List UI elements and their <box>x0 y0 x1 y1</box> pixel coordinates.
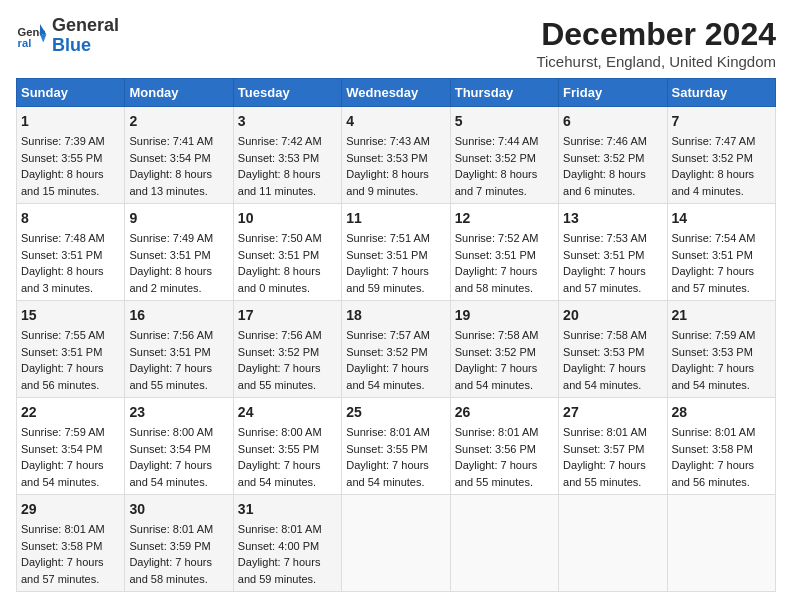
header: Gene ral General Blue December 2024 Tice… <box>16 16 776 70</box>
sunset-label: Sunset: 3:54 PM <box>129 152 210 164</box>
daylight-label: Daylight: 7 hours and 55 minutes. <box>563 459 646 488</box>
daylight-label: Daylight: 7 hours and 57 minutes. <box>563 265 646 294</box>
daylight-label: Daylight: 8 hours and 2 minutes. <box>129 265 212 294</box>
header-tuesday: Tuesday <box>233 79 341 107</box>
daylight-label: Daylight: 7 hours and 54 minutes. <box>238 459 321 488</box>
sunrise-label: Sunrise: 7:43 AM <box>346 135 430 147</box>
day-number: 1 <box>21 111 120 132</box>
day-number: 10 <box>238 208 337 229</box>
calendar-cell: 19Sunrise: 7:58 AMSunset: 3:52 PMDayligh… <box>450 301 558 398</box>
sunset-label: Sunset: 4:00 PM <box>238 540 319 552</box>
daylight-label: Daylight: 8 hours and 7 minutes. <box>455 168 538 197</box>
daylight-label: Daylight: 8 hours and 4 minutes. <box>672 168 755 197</box>
calendar-cell: 24Sunrise: 8:00 AMSunset: 3:55 PMDayligh… <box>233 398 341 495</box>
calendar-cell: 9Sunrise: 7:49 AMSunset: 3:51 PMDaylight… <box>125 204 233 301</box>
sunrise-label: Sunrise: 7:46 AM <box>563 135 647 147</box>
calendar-cell: 4Sunrise: 7:43 AMSunset: 3:53 PMDaylight… <box>342 107 450 204</box>
calendar-cell <box>450 495 558 592</box>
calendar-cell: 2Sunrise: 7:41 AMSunset: 3:54 PMDaylight… <box>125 107 233 204</box>
sunrise-label: Sunrise: 7:44 AM <box>455 135 539 147</box>
daylight-label: Daylight: 8 hours and 13 minutes. <box>129 168 212 197</box>
calendar-week-row: 22Sunrise: 7:59 AMSunset: 3:54 PMDayligh… <box>17 398 776 495</box>
calendar-cell: 18Sunrise: 7:57 AMSunset: 3:52 PMDayligh… <box>342 301 450 398</box>
day-number: 11 <box>346 208 445 229</box>
calendar-week-row: 1Sunrise: 7:39 AMSunset: 3:55 PMDaylight… <box>17 107 776 204</box>
calendar-cell: 22Sunrise: 7:59 AMSunset: 3:54 PMDayligh… <box>17 398 125 495</box>
daylight-label: Daylight: 7 hours and 57 minutes. <box>21 556 104 585</box>
svg-text:ral: ral <box>18 37 32 49</box>
calendar-cell: 14Sunrise: 7:54 AMSunset: 3:51 PMDayligh… <box>667 204 775 301</box>
header-friday: Friday <box>559 79 667 107</box>
sunset-label: Sunset: 3:51 PM <box>672 249 753 261</box>
calendar-cell: 20Sunrise: 7:58 AMSunset: 3:53 PMDayligh… <box>559 301 667 398</box>
sunset-label: Sunset: 3:51 PM <box>563 249 644 261</box>
daylight-label: Daylight: 7 hours and 55 minutes. <box>129 362 212 391</box>
daylight-label: Daylight: 7 hours and 56 minutes. <box>672 459 755 488</box>
daylight-label: Daylight: 8 hours and 3 minutes. <box>21 265 104 294</box>
sunrise-label: Sunrise: 8:01 AM <box>21 523 105 535</box>
sunset-label: Sunset: 3:58 PM <box>21 540 102 552</box>
page-title: December 2024 <box>536 16 776 53</box>
daylight-label: Daylight: 7 hours and 54 minutes. <box>346 362 429 391</box>
calendar-cell: 12Sunrise: 7:52 AMSunset: 3:51 PMDayligh… <box>450 204 558 301</box>
sunrise-label: Sunrise: 7:41 AM <box>129 135 213 147</box>
daylight-label: Daylight: 7 hours and 54 minutes. <box>129 459 212 488</box>
sunrise-label: Sunrise: 8:01 AM <box>455 426 539 438</box>
calendar-cell <box>667 495 775 592</box>
sunrise-label: Sunrise: 7:56 AM <box>129 329 213 341</box>
sunset-label: Sunset: 3:51 PM <box>129 346 210 358</box>
logo-line2: Blue <box>52 36 119 56</box>
sunrise-label: Sunrise: 8:01 AM <box>672 426 756 438</box>
daylight-label: Daylight: 8 hours and 11 minutes. <box>238 168 321 197</box>
calendar-cell: 27Sunrise: 8:01 AMSunset: 3:57 PMDayligh… <box>559 398 667 495</box>
sunset-label: Sunset: 3:55 PM <box>346 443 427 455</box>
sunset-label: Sunset: 3:59 PM <box>129 540 210 552</box>
daylight-label: Daylight: 7 hours and 59 minutes. <box>346 265 429 294</box>
sunset-label: Sunset: 3:53 PM <box>346 152 427 164</box>
sunset-label: Sunset: 3:51 PM <box>129 249 210 261</box>
calendar-cell: 16Sunrise: 7:56 AMSunset: 3:51 PMDayligh… <box>125 301 233 398</box>
calendar-cell: 5Sunrise: 7:44 AMSunset: 3:52 PMDaylight… <box>450 107 558 204</box>
sunrise-label: Sunrise: 8:01 AM <box>346 426 430 438</box>
calendar-table: SundayMondayTuesdayWednesdayThursdayFrid… <box>16 78 776 592</box>
calendar-cell: 6Sunrise: 7:46 AMSunset: 3:52 PMDaylight… <box>559 107 667 204</box>
sunrise-label: Sunrise: 7:52 AM <box>455 232 539 244</box>
header-sunday: Sunday <box>17 79 125 107</box>
daylight-label: Daylight: 8 hours and 6 minutes. <box>563 168 646 197</box>
sunset-label: Sunset: 3:51 PM <box>238 249 319 261</box>
sunrise-label: Sunrise: 7:59 AM <box>21 426 105 438</box>
daylight-label: Daylight: 7 hours and 56 minutes. <box>21 362 104 391</box>
calendar-cell: 25Sunrise: 8:01 AMSunset: 3:55 PMDayligh… <box>342 398 450 495</box>
sunrise-label: Sunrise: 7:54 AM <box>672 232 756 244</box>
daylight-label: Daylight: 7 hours and 59 minutes. <box>238 556 321 585</box>
sunrise-label: Sunrise: 7:59 AM <box>672 329 756 341</box>
sunset-label: Sunset: 3:51 PM <box>21 346 102 358</box>
sunrise-label: Sunrise: 7:47 AM <box>672 135 756 147</box>
sunset-label: Sunset: 3:52 PM <box>672 152 753 164</box>
logo-line1: General <box>52 15 119 35</box>
header-wednesday: Wednesday <box>342 79 450 107</box>
day-number: 28 <box>672 402 771 423</box>
sunset-label: Sunset: 3:54 PM <box>129 443 210 455</box>
sunrise-label: Sunrise: 8:00 AM <box>129 426 213 438</box>
sunrise-label: Sunrise: 8:00 AM <box>238 426 322 438</box>
daylight-label: Daylight: 7 hours and 57 minutes. <box>672 265 755 294</box>
sunset-label: Sunset: 3:52 PM <box>238 346 319 358</box>
sunrise-label: Sunrise: 7:49 AM <box>129 232 213 244</box>
calendar-week-row: 29Sunrise: 8:01 AMSunset: 3:58 PMDayligh… <box>17 495 776 592</box>
daylight-label: Daylight: 7 hours and 54 minutes. <box>672 362 755 391</box>
calendar-cell <box>559 495 667 592</box>
sunrise-label: Sunrise: 7:48 AM <box>21 232 105 244</box>
day-number: 24 <box>238 402 337 423</box>
calendar-cell: 11Sunrise: 7:51 AMSunset: 3:51 PMDayligh… <box>342 204 450 301</box>
header-saturday: Saturday <box>667 79 775 107</box>
calendar-cell: 7Sunrise: 7:47 AMSunset: 3:52 PMDaylight… <box>667 107 775 204</box>
day-number: 7 <box>672 111 771 132</box>
calendar-cell: 1Sunrise: 7:39 AMSunset: 3:55 PMDaylight… <box>17 107 125 204</box>
sunrise-label: Sunrise: 7:58 AM <box>455 329 539 341</box>
day-number: 29 <box>21 499 120 520</box>
calendar-cell: 29Sunrise: 8:01 AMSunset: 3:58 PMDayligh… <box>17 495 125 592</box>
title-area: December 2024 Ticehurst, England, United… <box>536 16 776 70</box>
calendar-cell: 21Sunrise: 7:59 AMSunset: 3:53 PMDayligh… <box>667 301 775 398</box>
calendar-cell: 26Sunrise: 8:01 AMSunset: 3:56 PMDayligh… <box>450 398 558 495</box>
